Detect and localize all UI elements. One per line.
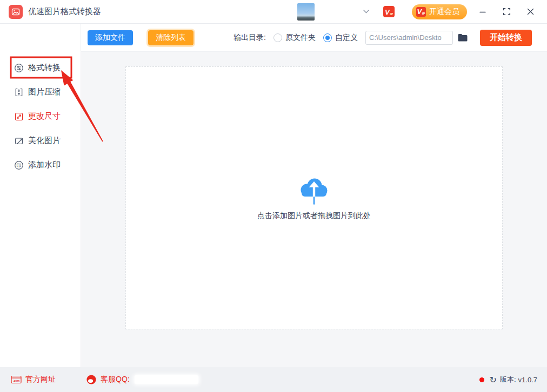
radio-unchecked-icon[interactable] (274, 33, 282, 42)
website-com-icon: .com (11, 375, 22, 384)
resize-icon (14, 112, 24, 121)
qq-label: 客服QQ: (101, 375, 130, 384)
sidebar-item-label: 更改尺寸 (28, 111, 61, 121)
check-update-icon[interactable]: ↻ (490, 375, 497, 385)
add-files-button[interactable]: 添加文件 (88, 30, 133, 45)
dropzone-hint-text: 点击添加图片或者拖拽图片到此处 (257, 211, 371, 221)
version-label: 版本: (500, 375, 516, 384)
output-dir-label: 输出目录: (234, 33, 266, 43)
app-title: 优速图片格式转换器 (28, 6, 101, 17)
beautify-icon (14, 136, 24, 146)
vip-badge-icon[interactable]: VIP (383, 6, 395, 17)
footer-bar: .com 官方网址 客服QQ: ↻ 版本: v1.0.7 (0, 367, 547, 392)
main-region: 添加文件 清除列表 输出目录: 原文件夹 自定义 开始转换 (81, 24, 547, 367)
title-bar: 优速图片格式转换器 VIP VIP 开通会员 (0, 0, 547, 24)
content-area: 点击添加图片或者拖拽图片到此处 (81, 52, 547, 367)
watermark-icon: 印 (14, 160, 24, 170)
sidebar-item-image-compress[interactable]: 图片压缩 (0, 80, 81, 104)
svg-text:.com: .com (13, 379, 19, 382)
compress-icon (14, 87, 24, 97)
sidebar-item-resize[interactable]: 更改尺寸 (0, 104, 81, 129)
image-dropzone[interactable]: 点击添加图片或者拖拽图片到此处 (125, 66, 503, 329)
sidebar-item-watermark[interactable]: 印 添加水印 (0, 153, 81, 177)
output-path-input[interactable] (365, 31, 453, 45)
cloud-upload-icon (297, 175, 331, 207)
app-window: 优速图片格式转换器 VIP VIP 开通会员 (0, 0, 547, 392)
svg-text:印: 印 (17, 163, 22, 168)
radio-checked-icon[interactable] (323, 33, 332, 42)
folder-icon (457, 33, 468, 42)
close-button[interactable] (522, 4, 538, 20)
official-website-label: 官方网址 (25, 375, 56, 384)
app-logo-icon (9, 5, 23, 19)
sidebar-item-format-convert[interactable]: 格式转换 (0, 56, 81, 80)
vip-badge-icon: VIP (416, 7, 426, 17)
sidebar-item-beautify[interactable]: 美化图片 (0, 129, 81, 153)
radio-original-folder[interactable]: 原文件夹 (274, 33, 316, 43)
clear-list-button[interactable]: 清除列表 (148, 30, 194, 45)
sidebar: 格式转换 图片压缩 更改尺寸 美化图片 (0, 24, 81, 367)
user-avatar[interactable] (297, 3, 315, 21)
maximize-button[interactable] (498, 4, 515, 20)
chevron-down-icon[interactable] (363, 10, 369, 13)
toolbar: 添加文件 清除列表 输出目录: 原文件夹 自定义 开始转换 (81, 24, 547, 52)
customer-service-qq-link[interactable]: 客服QQ: (86, 374, 198, 385)
sidebar-item-label: 图片压缩 (28, 87, 61, 97)
minimize-button[interactable] (475, 4, 491, 20)
version-value: v1.0.7 (518, 376, 537, 384)
browse-folder-button[interactable] (457, 33, 468, 42)
radio-custom-folder[interactable]: 自定义 (323, 33, 358, 43)
open-membership-button[interactable]: VIP 开通会员 (412, 4, 467, 19)
format-swap-icon (14, 63, 24, 73)
update-dot-icon (479, 377, 484, 382)
customer-service-icon (86, 374, 97, 385)
qq-number-redacted (135, 375, 198, 384)
sidebar-item-label: 美化图片 (28, 136, 61, 146)
output-directory-group: 输出目录: 原文件夹 自定义 开始转换 (234, 30, 532, 46)
version-group: ↻ 版本: v1.0.7 (479, 375, 537, 385)
titlebar-right-group: VIP VIP 开通会员 (297, 3, 538, 21)
member-button-label: 开通会员 (429, 7, 459, 17)
sidebar-item-label: 添加水印 (28, 160, 61, 170)
username-redacted (319, 7, 361, 17)
official-website-link[interactable]: .com 官方网址 (11, 375, 56, 384)
sidebar-item-label: 格式转换 (28, 63, 61, 73)
start-convert-button[interactable]: 开始转换 (480, 30, 532, 46)
